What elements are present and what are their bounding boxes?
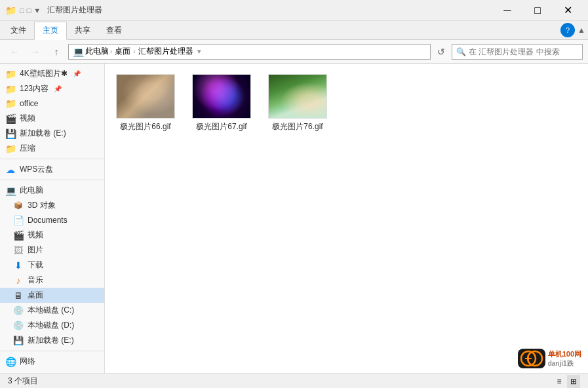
maximize-button[interactable]: □ bbox=[522, 0, 553, 21]
divider-2 bbox=[0, 180, 104, 180]
sidebar-item-disk-d[interactable]: 💿 本地磁盘 (D:) bbox=[0, 318, 104, 333]
breadcrumb[interactable]: 💻 此电脑 › 桌面 › 汇帮图片处理器 ▼ bbox=[68, 44, 431, 60]
thumbnail-image-2 bbox=[193, 75, 250, 118]
sidebar-item-network[interactable]: 🌐 网络 bbox=[0, 354, 104, 369]
breadcrumb-computer: 💻 此电脑 › bbox=[73, 46, 112, 57]
tab-home[interactable]: 主页 bbox=[34, 22, 67, 40]
sidebar-label-computer: 此电脑 bbox=[20, 185, 43, 196]
ribbon-collapse-button[interactable]: ▲ bbox=[578, 26, 585, 35]
disk-d-icon: 💿 bbox=[13, 320, 24, 331]
pictures-icon: 🖼 bbox=[13, 245, 24, 256]
watermark-sub: danji1跌 bbox=[548, 359, 581, 368]
sidebar-label-wps: WPS云盘 bbox=[20, 164, 53, 175]
back-button[interactable]: ← bbox=[5, 43, 24, 61]
main-layout: 📁 4K壁纸图片✱ 📌 📁 123内容 📌 📁 office 🎬 视频 💾 新加… bbox=[0, 64, 588, 373]
title-bar: 📁 □□▼ 汇帮图片处理器 ─ □ ✕ bbox=[0, 0, 588, 21]
ribbon-tabs: 文件 主页 共享 查看 ? ▲ bbox=[0, 21, 588, 39]
folder-icon: 📁 bbox=[5, 84, 16, 94]
sidebar-label-disk-c: 本地磁盘 (C:) bbox=[28, 305, 74, 316]
sidebar-item-4k[interactable]: 📁 4K壁纸图片✱ 📌 bbox=[0, 66, 104, 81]
divider-1 bbox=[0, 159, 104, 159]
downloads-icon: ⬇ bbox=[13, 260, 24, 271]
cloud-icon: ☁ bbox=[5, 165, 16, 175]
list-view-button[interactable]: ≡ bbox=[553, 375, 566, 388]
folder-icon: 📁 bbox=[5, 69, 16, 79]
ribbon: 文件 主页 共享 查看 ? ▲ bbox=[0, 21, 588, 40]
sidebar-label-drive-e: 新加载卷 (E:) bbox=[20, 128, 66, 139]
file-item-67[interactable]: 极光图片67.gif bbox=[189, 71, 254, 135]
title-bar-left: 📁 □□▼ 汇帮图片处理器 bbox=[5, 5, 102, 16]
refresh-button[interactable]: ↺ bbox=[433, 44, 449, 60]
folder-icon: 📁 bbox=[5, 144, 16, 154]
tab-share[interactable]: 共享 bbox=[67, 21, 98, 39]
sidebar-item-123[interactable]: 📁 123内容 📌 bbox=[0, 81, 104, 96]
video-folder-icon: 🎬 bbox=[13, 230, 24, 241]
sidebar-item-computer[interactable]: 💻 此电脑 bbox=[0, 183, 104, 198]
sidebar-label-disk-d: 本地磁盘 (D:) bbox=[28, 320, 74, 331]
music-icon: ♪ bbox=[13, 275, 24, 286]
status-count: 3 个项目 bbox=[8, 376, 38, 387]
search-box: 🔍 bbox=[452, 44, 583, 60]
breadcrumb-folder: 汇帮图片处理器 bbox=[138, 46, 193, 57]
file-thumbnail-67 bbox=[192, 74, 251, 119]
file-name-76: 极光图片76.gif bbox=[272, 121, 323, 132]
sidebar-label-desktop: 桌面 bbox=[28, 290, 43, 301]
address-bar: ← → ↑ 💻 此电脑 › 桌面 › 汇帮图片处理器 ▼ ↺ 🔍 bbox=[0, 40, 588, 64]
tab-view[interactable]: 查看 bbox=[98, 21, 130, 39]
sidebar-label-4k: 4K壁纸图片✱ bbox=[20, 68, 68, 79]
watermark-svg bbox=[520, 350, 543, 367]
3d-icon: 📦 bbox=[13, 201, 24, 211]
drive-icon: 💾 bbox=[5, 128, 16, 139]
title-quick-icons: □□▼ bbox=[20, 7, 41, 14]
disk-c-icon: 💿 bbox=[13, 305, 24, 316]
file-thumbnail-76 bbox=[268, 74, 327, 119]
sidebar-item-3d[interactable]: 📦 3D 对象 bbox=[0, 198, 104, 213]
sidebar-label-compress: 压缩 bbox=[20, 143, 35, 154]
file-grid: 极光图片66.gif 极光图片67.gif 极光图片76.gif bbox=[113, 71, 580, 135]
up-button[interactable]: ↑ bbox=[47, 43, 66, 61]
minimize-button[interactable]: ─ bbox=[492, 0, 522, 21]
sidebar-item-docs[interactable]: 📄 Documents bbox=[0, 213, 104, 227]
sidebar-item-pictures[interactable]: 🖼 图片 bbox=[0, 242, 104, 258]
search-input[interactable] bbox=[469, 47, 578, 56]
sidebar-item-compress[interactable]: 📁 压缩 bbox=[0, 141, 104, 156]
breadcrumb-desktop: 桌面 bbox=[115, 46, 130, 57]
sidebar-item-music[interactable]: ♪ 音乐 bbox=[0, 273, 104, 288]
sidebar-item-disk-e2[interactable]: 💾 新加载卷 (E:) bbox=[0, 333, 104, 348]
tab-file[interactable]: 文件 bbox=[3, 21, 34, 39]
help-button[interactable]: ? bbox=[560, 23, 575, 37]
documents-icon: 📄 bbox=[13, 215, 24, 225]
watermark: 单机100网 danji1跌 bbox=[518, 349, 581, 368]
sidebar-item-desktop[interactable]: 🖥 桌面 bbox=[0, 288, 104, 303]
sidebar-item-video[interactable]: 🎬 视频 bbox=[0, 111, 104, 126]
file-item-76[interactable]: 极光图片76.gif bbox=[265, 71, 330, 135]
file-item-66[interactable]: 极光图片66.gif bbox=[113, 71, 178, 135]
app-icon: 📁 bbox=[5, 5, 16, 16]
sidebar: 📁 4K壁纸图片✱ 📌 📁 123内容 📌 📁 office 🎬 视频 💾 新加… bbox=[0, 64, 105, 373]
view-toggle: ≡ ⊞ bbox=[553, 375, 580, 388]
file-thumbnail-66 bbox=[116, 74, 175, 119]
network-icon: 🌐 bbox=[5, 357, 16, 367]
search-icon: 🔍 bbox=[456, 47, 466, 56]
watermark-text: 单机100网 danji1跌 bbox=[548, 349, 581, 368]
sidebar-item-videos[interactable]: 🎬 视频 bbox=[0, 227, 104, 242]
sidebar-item-disk-c[interactable]: 💿 本地磁盘 (C:) bbox=[0, 303, 104, 318]
close-button[interactable]: ✕ bbox=[553, 0, 583, 21]
sidebar-item-drive-e[interactable]: 💾 新加载卷 (E:) bbox=[0, 126, 104, 141]
watermark-logo bbox=[518, 349, 545, 368]
sidebar-label-office: office bbox=[20, 99, 38, 108]
forward-button[interactable]: → bbox=[26, 43, 45, 61]
grid-view-button[interactable]: ⊞ bbox=[567, 375, 580, 388]
desktop-icon: 🖥 bbox=[13, 290, 24, 301]
sidebar-label-music: 音乐 bbox=[28, 275, 43, 286]
sidebar-item-wps[interactable]: ☁ WPS云盘 bbox=[0, 162, 104, 177]
window-controls: ─ □ ✕ bbox=[492, 0, 583, 21]
folder-icon: 📁 bbox=[5, 98, 16, 109]
sidebar-item-downloads[interactable]: ⬇ 下载 bbox=[0, 258, 104, 273]
sidebar-label-docs: Documents bbox=[28, 216, 68, 225]
status-bar: 3 个项目 ≡ ⊞ bbox=[0, 373, 588, 388]
sidebar-item-office[interactable]: 📁 office bbox=[0, 96, 104, 111]
sidebar-label-123: 123内容 bbox=[20, 83, 49, 94]
status-right: ≡ ⊞ bbox=[553, 375, 580, 388]
sidebar-label-disk-e2: 新加载卷 (E:) bbox=[28, 335, 74, 346]
